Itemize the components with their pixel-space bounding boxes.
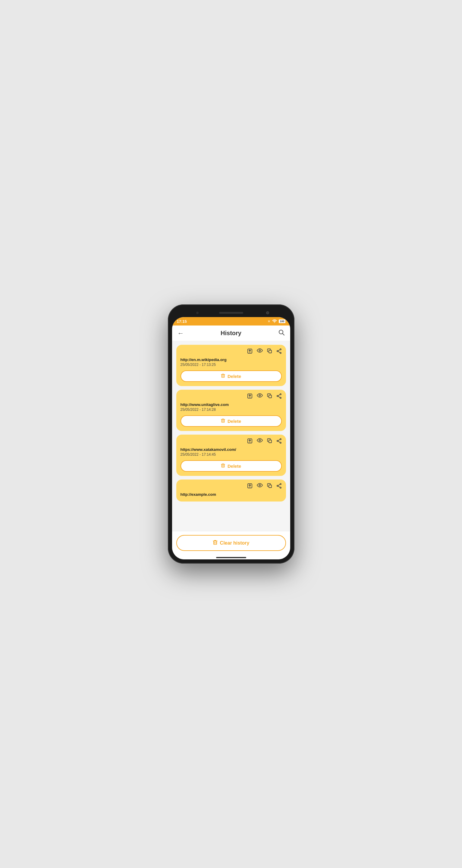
svg-line-23 — [278, 396, 280, 398]
card-1-url: http://en.m.wikipedia.org — [181, 358, 282, 362]
card-2-delete-button[interactable]: Delete — [181, 415, 282, 427]
card-1-trash-icon — [221, 373, 225, 379]
card-3-eye-icon[interactable] — [257, 438, 263, 445]
card-4-actions — [181, 483, 282, 490]
phone-camera-right — [266, 311, 269, 314]
svg-line-11 — [278, 351, 280, 352]
card-3-share-icon[interactable] — [276, 438, 282, 445]
status-icons: ✕ 100 — [268, 319, 285, 323]
svg-rect-12 — [221, 375, 224, 378]
phone-device: 17:15 ✕ 100 ← History — [168, 304, 295, 564]
card-2-trash-icon — [221, 418, 225, 424]
svg-line-35 — [278, 441, 280, 442]
home-indicator-bar — [216, 557, 246, 558]
card-3-trash-icon — [221, 463, 225, 469]
svg-line-2 — [282, 334, 284, 336]
clear-history-label: Clear history — [220, 540, 250, 546]
card-2-url: http://www.unitaglive.com — [181, 402, 282, 407]
svg-point-17 — [259, 395, 260, 396]
history-card-4-partial: http://example.com — [176, 479, 286, 501]
card-2-actions — [181, 393, 282, 400]
card-2-upload-icon[interactable] — [247, 393, 252, 400]
clear-history-button[interactable]: Clear history — [176, 535, 286, 551]
sim-icon: ✕ — [268, 319, 270, 323]
card-2-eye-icon[interactable] — [257, 393, 263, 400]
card-2-share-icon[interactable] — [276, 393, 282, 400]
svg-line-46 — [278, 484, 280, 486]
svg-line-47 — [278, 486, 280, 487]
card-3-url: https://www.xatakamovil.com/ — [181, 447, 282, 452]
card-2-copy-icon[interactable] — [267, 393, 272, 400]
app-header: ← History — [172, 326, 290, 341]
card-1-eye-icon[interactable] — [257, 348, 263, 355]
svg-line-10 — [278, 350, 280, 351]
card-2-delete-label: Delete — [227, 418, 241, 424]
card-3-date: 25/05/2022 - 17:14:45 — [181, 453, 282, 457]
card-3-actions — [181, 438, 282, 445]
wifi-icon — [272, 319, 277, 323]
battery-icon: 100 — [279, 319, 285, 323]
card-1-copy-icon[interactable] — [267, 348, 272, 355]
search-button[interactable] — [278, 329, 285, 337]
back-button[interactable]: ← — [178, 330, 184, 337]
svg-rect-48 — [213, 541, 216, 544]
phone-notch — [172, 309, 290, 317]
svg-point-5 — [259, 350, 260, 351]
card-1-upload-icon[interactable] — [247, 348, 252, 355]
card-1-delete-button[interactable]: Delete — [181, 370, 282, 382]
card-3-delete-button[interactable]: Delete — [181, 460, 282, 472]
card-1-share-icon[interactable] — [276, 348, 282, 355]
svg-line-34 — [278, 439, 280, 441]
history-list: http://en.m.wikipedia.org 25/05/2022 - 1… — [172, 341, 290, 531]
status-time: 17:15 — [177, 319, 187, 324]
bottom-bar: Clear history — [172, 531, 290, 555]
card-3-upload-icon[interactable] — [247, 438, 252, 445]
svg-point-29 — [259, 440, 260, 441]
svg-rect-6 — [269, 350, 272, 353]
card-3-delete-label: Delete — [227, 464, 241, 469]
home-indicator — [172, 555, 290, 559]
card-3-copy-icon[interactable] — [267, 438, 272, 445]
status-bar: 17:15 ✕ 100 — [172, 317, 290, 326]
card-1-date: 25/05/2022 - 17:13:25 — [181, 363, 282, 367]
card-1-actions — [181, 348, 282, 355]
card-4-copy-icon[interactable] — [267, 483, 272, 490]
svg-rect-42 — [269, 485, 272, 488]
svg-line-22 — [278, 395, 280, 396]
clear-history-trash-icon — [213, 540, 218, 546]
phone-speaker — [219, 312, 243, 314]
history-card-3: https://www.xatakamovil.com/ 25/05/2022 … — [176, 435, 286, 476]
card-4-share-icon[interactable] — [276, 483, 282, 490]
svg-point-0 — [274, 322, 275, 323]
card-4-upload-icon[interactable] — [247, 483, 252, 490]
card-2-date: 25/05/2022 - 17:14:28 — [181, 407, 282, 412]
card-4-eye-icon[interactable] — [257, 483, 263, 490]
svg-rect-18 — [269, 395, 272, 398]
svg-point-41 — [259, 485, 260, 486]
page-title: History — [221, 330, 241, 337]
svg-rect-36 — [221, 464, 224, 467]
phone-camera-left — [196, 312, 198, 314]
phone-screen: 17:15 ✕ 100 ← History — [172, 317, 290, 559]
card-4-url: http://example.com — [181, 492, 282, 497]
history-card-1: http://en.m.wikipedia.org 25/05/2022 - 1… — [176, 345, 286, 386]
svg-rect-24 — [221, 420, 224, 423]
card-1-delete-label: Delete — [227, 374, 241, 379]
svg-rect-30 — [269, 440, 272, 443]
history-card-2: http://www.unitaglive.com 25/05/2022 - 1… — [176, 390, 286, 431]
